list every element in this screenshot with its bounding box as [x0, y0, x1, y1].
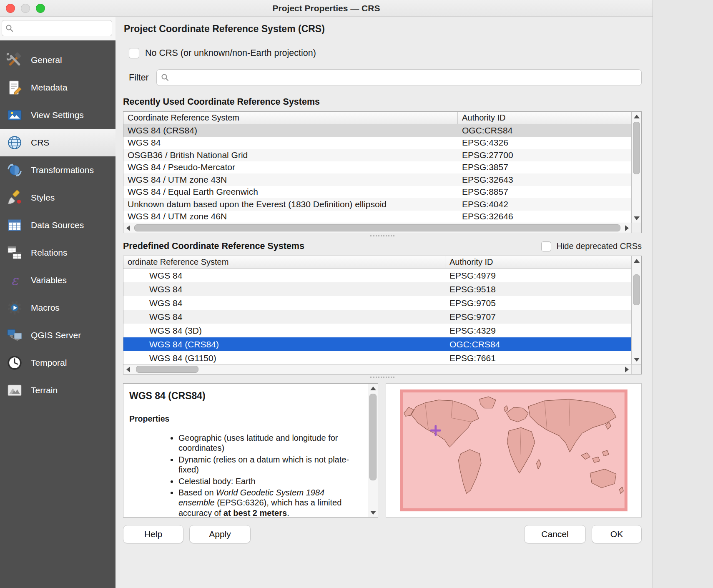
apply-button[interactable]: Apply: [189, 525, 251, 543]
horizontal-scrollbar[interactable]: [123, 223, 631, 233]
table-row[interactable]: WGS 84 (G1150)EPSG:7661: [123, 351, 631, 364]
sidebar-item-label: Terrain: [31, 385, 58, 395]
crs-details-panel: WGS 84 (CRS84) Properties Geographic (us…: [123, 383, 378, 518]
table-row[interactable]: WGS 84 (3D)EPSG:4329: [123, 324, 631, 337]
column-header-crs[interactable]: ordinate Reference System: [123, 256, 445, 268]
sidebar-item-label: Metadata: [31, 83, 68, 93]
filter-input[interactable]: [173, 73, 637, 83]
help-button[interactable]: Help: [123, 525, 183, 543]
horizontal-scrollbar[interactable]: [123, 364, 631, 374]
scroll-down-button[interactable]: [632, 214, 641, 223]
splitter-handle[interactable]: [123, 374, 642, 380]
window-controls: [6, 4, 45, 13]
sidebar-item-terrain[interactable]: Terrain: [0, 377, 115, 404]
column-header-crs[interactable]: Coordinate Reference System: [123, 112, 458, 124]
splitter-handle[interactable]: [123, 233, 642, 239]
scroll-up-button[interactable]: [632, 256, 641, 265]
variables-icon: ε: [5, 271, 24, 290]
table-row[interactable]: WGS 84EPSG:4326: [123, 137, 631, 149]
sidebar-item-metadata[interactable]: Metadata: [0, 74, 115, 101]
scroll-down-button[interactable]: [368, 508, 378, 517]
sidebar-item-view-settings[interactable]: View Settings: [0, 101, 115, 129]
sidebar-item-label: Data Sources: [31, 220, 84, 230]
sidebar-item-crs[interactable]: CRS: [0, 129, 115, 156]
table-row[interactable]: OSGB36 / British National GridEPSG:27700: [123, 149, 631, 161]
cancel-button[interactable]: Cancel: [524, 525, 586, 543]
scroll-right-button[interactable]: [622, 364, 631, 374]
sidebar-item-data-sources[interactable]: Data Sources: [0, 211, 115, 239]
sidebar-item-label: Relations: [31, 248, 68, 258]
table-row-selected[interactable]: WGS 84 (CRS84)OGC:CRS84: [123, 337, 631, 351]
scrollbar-thumb[interactable]: [134, 224, 620, 231]
sidebar-item-label: QGIS Server: [31, 330, 81, 340]
filter-input-box[interactable]: [156, 69, 642, 86]
predefined-crs-table: ordinate Reference System Authority ID W…: [123, 256, 642, 374]
scrollbar-thumb[interactable]: [369, 394, 377, 480]
minimize-button[interactable]: [21, 4, 30, 13]
filter-label: Filter: [129, 73, 156, 83]
table-row[interactable]: WGS 84EPSG:4979: [123, 269, 631, 282]
scrollbar-thumb[interactable]: [633, 274, 640, 305]
table-row[interactable]: WGS 84EPSG:9707: [123, 310, 631, 324]
zoom-button[interactable]: [36, 4, 45, 13]
sidebar-item-qgis-server[interactable]: QGIS Server: [0, 322, 115, 349]
vertical-scrollbar[interactable]: [631, 256, 641, 364]
table-row[interactable]: WGS 84 / UTM zone 43NEPSG:32643: [123, 173, 631, 186]
no-crs-checkbox[interactable]: [129, 48, 139, 58]
close-button[interactable]: [6, 4, 15, 13]
terrain-icon: [5, 381, 24, 400]
scroll-up-button[interactable]: [632, 112, 641, 121]
sidebar-item-relations[interactable]: Relations: [0, 239, 115, 266]
project-properties-dialog: Project Properties — CRS General: [0, 0, 653, 588]
window-title: Project Properties — CRS: [273, 3, 380, 13]
crs-details-title: WGS 84 (CRS84): [129, 390, 363, 402]
scrollbar-track[interactable]: [133, 223, 622, 233]
table-row[interactable]: WGS 84EPSG:9705: [123, 296, 631, 310]
sidebar-item-variables[interactable]: ε Variables: [0, 266, 115, 294]
crs-extent-map-panel: [386, 383, 642, 518]
qgis-server-icon: [5, 326, 24, 345]
scrollbar-thumb[interactable]: [136, 366, 198, 373]
search-icon: [5, 24, 14, 33]
table-row[interactable]: WGS 84 (CRS84)OGC:CRS84: [123, 124, 631, 137]
hide-deprecated-label: Hide deprecated CRSs: [556, 241, 642, 251]
table-row[interactable]: Unknown datum based upon the Everest (18…: [123, 198, 631, 211]
sidebar-item-styles[interactable]: Styles: [0, 184, 115, 211]
scroll-right-button[interactable]: [622, 223, 631, 233]
sidebar-item-label: View Settings: [31, 110, 84, 120]
scrollbar-track[interactable]: [632, 265, 641, 355]
recent-crs-rows: WGS 84 (CRS84)OGC:CRS84 WGS 84EPSG:4326 …: [123, 124, 631, 223]
crs-property-item: Celestial body: Earth: [178, 476, 363, 486]
sidebar-item-macros[interactable]: Macros: [0, 294, 115, 322]
table-row[interactable]: WGS 84 / Equal Earth GreenwichEPSG:8857: [123, 186, 631, 199]
scroll-left-button[interactable]: [123, 223, 133, 233]
sidebar-item-transformations[interactable]: Transformations: [0, 156, 115, 184]
scrollbar-track[interactable]: [133, 364, 622, 374]
vertical-scrollbar[interactable]: [631, 112, 641, 223]
table-row[interactable]: WGS 84EPSG:9518: [123, 282, 631, 296]
ok-button[interactable]: OK: [592, 525, 642, 543]
scrollbar-track[interactable]: [368, 393, 378, 508]
scrollbar-thumb[interactable]: [633, 122, 640, 174]
sidebar-item-label: CRS: [31, 138, 49, 148]
scrollbar-track[interactable]: [632, 121, 641, 214]
sidebar-search-box[interactable]: [2, 20, 112, 36]
search-icon: [161, 73, 169, 82]
scroll-left-button[interactable]: [123, 364, 133, 374]
hide-deprecated-checkbox[interactable]: [541, 241, 551, 251]
table-row[interactable]: WGS 84 / Pseudo-MercatorEPSG:3857: [123, 161, 631, 174]
vertical-scrollbar[interactable]: [368, 384, 378, 517]
sidebar-item-general[interactable]: General: [0, 46, 115, 74]
table-row[interactable]: WGS 84 / UTM zone 46NEPSG:32646: [123, 211, 631, 223]
scroll-down-button[interactable]: [632, 355, 641, 364]
sidebar-item-temporal[interactable]: Temporal: [0, 349, 115, 377]
column-header-authority[interactable]: Authority ID: [445, 256, 631, 268]
column-header-authority[interactable]: Authority ID: [458, 112, 631, 124]
sidebar-item-label: Styles: [31, 193, 55, 203]
scroll-up-button[interactable]: [368, 384, 378, 393]
titlebar: Project Properties — CRS: [0, 0, 653, 17]
metadata-icon: [5, 78, 24, 97]
crs-property-item: Based on World Geodetic System 1984 ense…: [178, 487, 363, 517]
sidebar-search-input[interactable]: [17, 23, 108, 33]
view-settings-icon: [5, 106, 24, 125]
